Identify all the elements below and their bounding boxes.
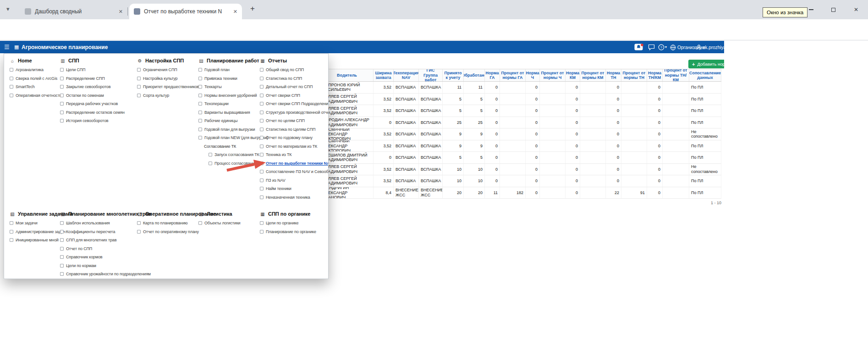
menu-item[interactable]: Рабочие единицы [198,117,268,125]
menu-item[interactable]: Годовой план для выгрузки [198,125,268,134]
menu-item[interactable]: Техкарты [198,83,268,91]
menu-item[interactable]: Отчет по целям СПП [260,117,329,125]
table-column-header[interactable]: Процент от нормы ТН/КМ [663,69,689,81]
menu-item[interactable]: Детальный отчет по СПП [260,83,329,91]
table-column-header[interactable]: Норма КМ [566,69,580,81]
menu-section-title[interactable]: ⌂Home [10,56,61,66]
menu-item[interactable]: История севооборотов [60,117,125,125]
menu-section-title[interactable]: ⚙Настройка СПП [137,56,199,66]
menu-item[interactable]: Настройка культур [137,74,199,83]
help-icon[interactable]: ? [658,44,665,50]
menu-item[interactable]: Статистика по СПП [260,74,329,83]
close-button[interactable]: ✕ [847,5,865,15]
menu-item-icon [260,77,264,80]
menu-section-title[interactable]: ▦Отчеты [260,56,329,66]
new-tab-button[interactable]: + [250,4,255,13]
user-label[interactable]: ek.prozhiyakov [703,45,724,50]
menu-item[interactable]: Сопоставление ПЗ NAV и Севооборотов АА [260,167,329,176]
organization-globe-icon[interactable] [670,45,676,50]
menu-item[interactable]: Сверка полей с ArcGis [10,74,61,83]
table-cell: По ПЛ [689,152,721,163]
menu-item[interactable]: ПЗ из NAV [260,176,329,185]
menu-item[interactable]: Годовой план NEW (для выгрузки) [198,134,268,142]
menu-item-icon [198,94,202,97]
menu-section-title[interactable]: ▥Логистика [198,209,240,219]
menu-item[interactable]: Нормы внесения удобрений [198,91,268,100]
menu-item[interactable]: Приоритет предшественников [137,83,199,91]
table-column-header[interactable]: ГИС Группа работ [419,69,443,81]
table-column-header[interactable]: Водитель [321,69,374,81]
menu-item-icon [10,221,13,225]
user-icon[interactable] [696,45,702,50]
menu-item[interactable]: Техника из ТК [260,151,329,159]
menu-item[interactable]: Отчет по материалам из ТК [260,142,329,151]
menu-item[interactable]: Общий свод по СПП [260,66,329,74]
menu-item[interactable]: Отчет по оперативному плану [137,228,216,236]
table-column-header[interactable]: Техоперация NAV [394,69,419,81]
menu-item[interactable]: Распределение СПП [60,74,125,83]
menu-item[interactable]: Техоперации [198,100,268,108]
menu-item[interactable]: Справочник урожайности по подразделениям [60,270,151,279]
menu-item[interactable]: Отчет сверки СПП Подразделения [260,100,329,108]
table-column-header[interactable]: Процент от нормы КМ [580,69,606,81]
menu-item[interactable]: Справочник кормов [60,253,151,262]
table-column-header[interactable]: Норма ТН [606,69,621,81]
menu-item[interactable]: Ограничения СПП [137,66,199,74]
menu-section-title[interactable]: ▥СПП [60,56,125,66]
menu-item[interactable]: Планирование по органике [260,228,316,236]
menu-item[interactable]: Распределение остатков семян [60,108,125,117]
add-norm-button[interactable]: + Добавить норм [688,60,724,68]
menu-item[interactable]: Годовой план [198,66,268,74]
table-column-header[interactable]: Процент от нормы Ч [540,69,566,81]
menu-item[interactable]: Привязка техники [198,74,268,83]
menu-item[interactable]: Отчет сверки СПП [260,91,329,100]
menu-section-title[interactable]: ▤Планирование работ [198,56,268,66]
menu-item[interactable]: Структура производственной отчетности [260,108,329,117]
menu-item[interactable]: Закрытие севооборотов [60,83,125,91]
table-column-header[interactable]: Процент от нормы ТН [621,69,647,81]
table-column-header[interactable]: Процент от нормы ГА [500,69,526,81]
table-column-header[interactable]: Норма ГА [485,69,500,81]
help-caret-icon[interactable]: ▾ [665,45,667,49]
menu-item[interactable]: Отчет по СПП [60,245,151,253]
notifications-icon[interactable] [634,44,643,51]
menu-item[interactable]: Неназначенная техника [260,193,329,202]
menu-item-icon [260,128,264,131]
table-cell [621,140,647,152]
menu-item[interactable]: Запуск согласования ТК [198,151,268,159]
table-column-header[interactable]: Норма ТН/КМ [647,69,663,81]
menu-item[interactable]: СПП для многолетних трав [60,236,151,245]
menu-item[interactable]: Объекты логистики [198,219,240,228]
table-column-header[interactable]: Ширина захвата [374,69,394,81]
tab-close-icon[interactable]: ✕ [119,9,123,15]
menu-item[interactable]: Цели СПП [60,66,125,74]
menu-section-title[interactable]: ▦СПП по органике [260,209,316,219]
table-column-header[interactable]: Норма Ч [526,69,540,81]
menu-item[interactable]: Оперативная отчетность [10,91,61,100]
menu-item[interactable]: Цели по органике [260,219,316,228]
menu-item[interactable]: Агроаналитика [10,66,61,74]
menu-item[interactable]: Согласование ТК [198,142,268,151]
menu-item[interactable]: Варианты выращивания [198,108,268,117]
menu-item-active[interactable]: Отчет по выработке техники NAV [260,159,329,168]
maximize-button[interactable] [824,5,842,15]
menu-item[interactable]: Отчет по годовому плану [260,134,329,142]
hamburger-icon[interactable]: ☰ [4,44,10,50]
menu-item[interactable]: SmartTech [10,83,61,91]
table-column-header[interactable]: Обработано [464,69,485,81]
tab-close-icon[interactable]: ✕ [233,9,237,15]
menu-item[interactable]: Найм техники [260,184,329,193]
tab-search-chevron-icon[interactable]: ▾ [6,6,10,12]
chat-icon[interactable] [648,44,655,50]
menu-item[interactable]: Передача рабочих участков [60,100,125,108]
menu-item[interactable]: Статистика по Целям СПП [260,125,329,134]
tab-report-active[interactable]: Отчет по выработке техники N ✕ [129,4,242,19]
menu-item[interactable]: Цели по кормам [60,262,151,270]
table-column-header[interactable]: Принято к учету [443,69,464,81]
table-cell: 10 [464,175,485,187]
table-column-header[interactable]: Сопоставление данных [689,69,721,81]
report-table: ВодительШирина захватаТехоперация NAVГИС… [321,69,721,199]
tab-dashboard[interactable]: Дашборд сводный ✕ [20,4,127,19]
menu-item[interactable]: Остатки по семенам [60,91,125,100]
menu-item[interactable]: Сорта культур [137,91,199,100]
